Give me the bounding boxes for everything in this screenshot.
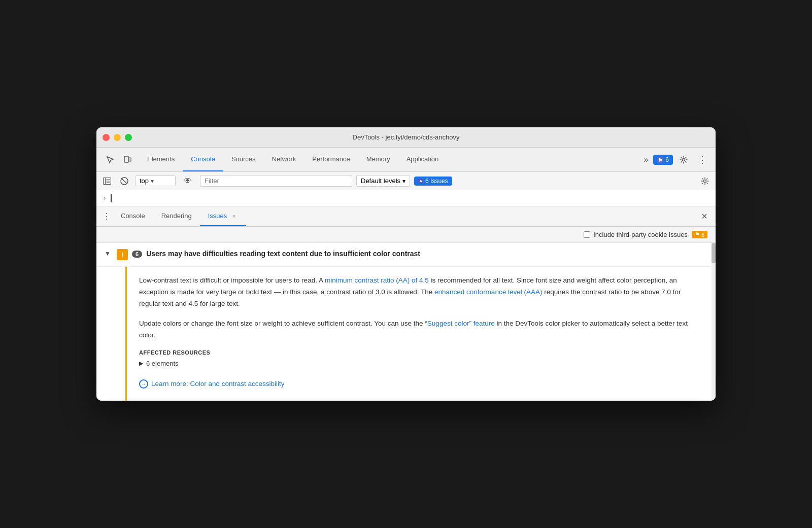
- issue-collapse-button[interactable]: ▼: [105, 250, 113, 258]
- issue-detail-content: Low-contrast text is difficult or imposs…: [127, 267, 716, 401]
- svg-rect-0: [124, 156, 128, 162]
- scrollbar-track: [712, 243, 716, 401]
- context-selector[interactable]: top ▾: [135, 175, 176, 186]
- affected-resources-toggle[interactable]: ▶ 6 elements: [139, 360, 699, 367]
- close-icon: ×: [701, 210, 707, 222]
- device-toolbar-button[interactable]: [120, 152, 135, 167]
- issue-row: ▼ ! 6 Users may have difficulties readin…: [96, 243, 716, 267]
- subpanel-tabs: ⋮ Console Rendering Issues × ×: [96, 206, 716, 227]
- inspect-element-button[interactable]: [103, 152, 118, 167]
- console-settings-button[interactable]: [698, 174, 712, 188]
- affected-resources-title: AFFECTED RESOURCES: [139, 349, 699, 356]
- third-party-cookie-checkbox[interactable]: [584, 231, 590, 238]
- tab-memory[interactable]: Memory: [358, 148, 398, 171]
- console-toolbar: top ▾ 👁 Default levels ▾ ⚑ 6 Issues: [96, 172, 716, 190]
- traffic-lights: [103, 134, 132, 141]
- three-dots-icon: ⋮: [103, 212, 111, 221]
- maximize-button[interactable]: [125, 134, 132, 141]
- settings-button[interactable]: [676, 152, 691, 167]
- subtab-console[interactable]: Console: [113, 206, 153, 226]
- scrollbar-thumb[interactable]: [712, 243, 716, 263]
- minimize-button[interactable]: [114, 134, 121, 141]
- issue-title[interactable]: Users may have difficulties reading text…: [146, 250, 420, 258]
- issue-count-badge: 6: [132, 251, 142, 258]
- chevron-down-icon: ▾: [151, 178, 154, 185]
- show-console-sidebar-button[interactable]: [100, 174, 114, 188]
- console-prompt: ›: [103, 194, 107, 202]
- tab-application[interactable]: Application: [398, 148, 447, 171]
- window-title: DevTools - jec.fyi/demo/cds-anchovy: [353, 133, 460, 141]
- suggest-color-link[interactable]: “Suggest color” feature: [425, 320, 494, 327]
- aaa-conformance-link[interactable]: enhanced conformance level (AAA): [434, 288, 542, 296]
- subtab-issues[interactable]: Issues ×: [200, 206, 247, 226]
- toolbar-left: [98, 148, 139, 171]
- issue-warning-icon: !: [117, 249, 128, 260]
- titlebar: DevTools - jec.fyi/demo/cds-anchovy: [96, 127, 716, 148]
- svg-point-4: [683, 158, 685, 161]
- issue-description-paragraph2: Update colors or change the font size or…: [139, 318, 699, 341]
- issues-toolbar: Include third-party cookie issues ⚑ 6: [96, 227, 716, 243]
- tab-console[interactable]: Console: [183, 148, 223, 171]
- tab-sources[interactable]: Sources: [223, 148, 264, 171]
- svg-text:⚑: ⚑: [658, 158, 662, 163]
- warning-icon: ⚑: [695, 231, 700, 238]
- tab-performance[interactable]: Performance: [304, 148, 358, 171]
- more-tabs-button[interactable]: »: [641, 155, 650, 164]
- clear-console-button[interactable]: [118, 174, 131, 188]
- chevron-down-icon: ▾: [402, 178, 405, 185]
- console-input-row: ›: [96, 190, 716, 206]
- close-button[interactable]: [103, 134, 110, 141]
- levels-dropdown[interactable]: Default levels ▾: [356, 175, 410, 187]
- chevron-right-icon: ▶: [139, 360, 143, 367]
- svg-text:⚑: ⚑: [419, 179, 423, 184]
- issues-badge[interactable]: ⚑ 6: [653, 155, 673, 165]
- learn-more-link[interactable]: → Learn more: Color and contrast accessi…: [139, 379, 699, 389]
- learn-more-circle-icon: →: [139, 379, 148, 389]
- issue-content-area: ▼ ! 6 Users may have difficulties readin…: [96, 243, 716, 401]
- main-toolbar: Elements Console Sources Network Perform…: [96, 148, 716, 172]
- svg-line-11: [122, 178, 127, 184]
- subpanel-menu-button[interactable]: ⋮: [100, 206, 113, 226]
- contrast-ratio-link[interactable]: minimum contrast ratio (AA) of 4.5: [325, 276, 429, 284]
- tab-elements[interactable]: Elements: [139, 148, 183, 171]
- third-party-cookie-checkbox-label[interactable]: Include third-party cookie issues: [584, 231, 688, 238]
- svg-point-14: [704, 180, 706, 182]
- subtab-issues-close[interactable]: ×: [230, 212, 238, 220]
- issues-warning-badge: ⚑ 6: [692, 231, 707, 238]
- more-options-button[interactable]: ⋮: [694, 152, 709, 167]
- console-cursor[interactable]: [111, 194, 112, 202]
- tab-network[interactable]: Network: [264, 148, 304, 171]
- console-toolbar-right: [698, 174, 712, 188]
- issue-description-paragraph: Low-contrast text is difficult or imposs…: [139, 275, 699, 310]
- eye-icon-button[interactable]: 👁: [180, 174, 196, 188]
- subtab-rendering[interactable]: Rendering: [153, 206, 200, 226]
- filter-input[interactable]: [200, 175, 352, 187]
- subpanel-close-button[interactable]: ×: [697, 206, 712, 226]
- toolbar-right: » ⚑ 6 ⋮: [637, 148, 714, 171]
- svg-rect-1: [129, 158, 131, 161]
- issues-count-badge[interactable]: ⚑ 6 Issues: [414, 177, 452, 186]
- main-tabs: Elements Console Sources Network Perform…: [139, 148, 637, 171]
